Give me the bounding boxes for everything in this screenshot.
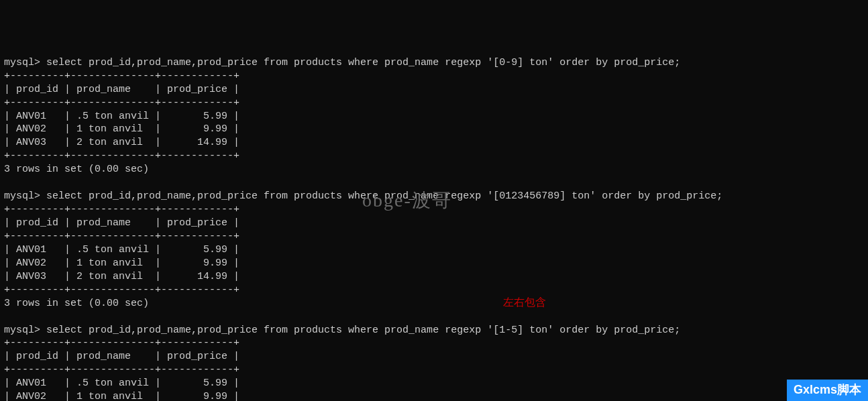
table-row: | ANV03 | 2 ton anvil | 14.99 | [4,137,239,148]
mysql-prompt: mysql> [4,190,40,202]
result-summary: 3 rows in set (0.00 sec) [4,164,149,175]
table-row: | ANV01 | .5 ton anvil | 5.99 | [4,378,239,389]
table-border: +---------+--------------+------------+ [4,231,239,242]
sql-query-3: select prod_id,prod_name,prod_price from… [46,325,680,336]
table-row: | ANV03 | 2 ton anvil | 14.99 | [4,271,239,282]
result-summary: 3 rows in set (0.00 sec) [4,298,149,309]
table-row: | ANV01 | .5 ton anvil | 5.99 | [4,244,239,255]
sql-query-1: select prod_id,prod_name,prod_price from… [46,57,680,68]
table-header: | prod_id | prod_name | prod_price | [4,84,239,95]
table-border: +---------+--------------+------------+ [4,97,239,109]
table-row: | ANV02 | 1 ton anvil | 9.99 | [4,123,239,135]
table-row: | ANV02 | 1 ton anvil | 9.99 | [4,257,239,269]
table-border: +---------+--------------+------------+ [4,284,239,296]
mysql-prompt: mysql> [4,325,40,336]
table-border: +---------+--------------+------------+ [4,70,239,82]
table-border: +---------+--------------+------------+ [4,364,239,376]
table-header: | prod_id | prod_name | prod_price | [4,217,239,229]
mysql-prompt: mysql> [4,57,40,68]
sql-query-2: select prod_id,prod_name,prod_price from… [46,190,722,202]
table-row: | ANV02 | 1 ton anvil | 9.99 | [4,391,239,401]
table-row: | ANV01 | .5 ton anvil | 5.99 | [4,111,239,122]
table-header: | prod_id | prod_name | prod_price | [4,351,239,362]
table-border: +---------+--------------+------------+ [4,150,239,162]
table-border: +---------+--------------+------------+ [4,204,239,215]
table-border: +---------+--------------+------------+ [4,337,239,349]
terminal-output: mysql> select prod_id,prod_name,prod_pri… [4,56,864,401]
